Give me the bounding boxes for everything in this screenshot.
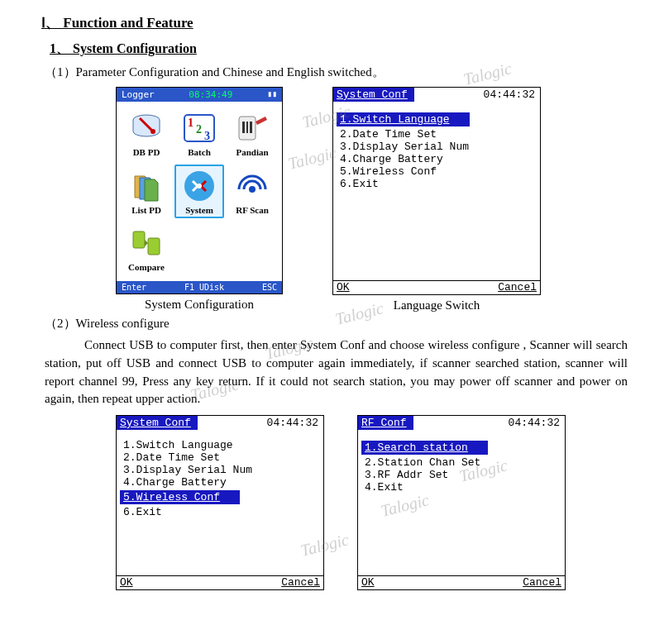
app-compare[interactable]: Compare bbox=[122, 222, 171, 276]
menu-footer: OK Cancel bbox=[117, 575, 323, 589]
svg-text:2: 2 bbox=[196, 123, 202, 136]
app-system[interactable]: System bbox=[174, 165, 224, 219]
rf-scan-icon bbox=[234, 168, 270, 204]
app-label: Compare bbox=[128, 263, 165, 273]
heading-function-feature: Ⅰ、 Function and Feature bbox=[41, 13, 631, 32]
device-home-screen: Logger 08:34:49 ▮▮ DB PD123BatchPandianL… bbox=[116, 87, 283, 294]
caption-language-switch: Language Switch bbox=[332, 298, 541, 312]
app-label: RF Scan bbox=[236, 206, 269, 216]
softkey-cancel[interactable]: Cancel bbox=[498, 281, 537, 293]
menu-header: RF Conf 04:44:32 bbox=[358, 416, 565, 431]
svg-rect-14 bbox=[148, 238, 160, 255]
menu-header: System Conf 04:44:32 bbox=[333, 88, 540, 103]
icon-grid: DB PD123BatchPandianList PDSystemRF Scan… bbox=[117, 102, 282, 281]
app-label: System bbox=[185, 206, 213, 216]
menu-item[interactable]: 6.Exit bbox=[120, 505, 165, 519]
menu-item[interactable]: 6.Exit bbox=[337, 177, 382, 191]
softkey-esc[interactable]: ESC bbox=[262, 283, 277, 292]
menu-clock: 04:44:32 bbox=[414, 88, 540, 102]
device-footer: Enter F1 UDisk ESC bbox=[117, 281, 282, 293]
app-label: Batch bbox=[188, 148, 211, 158]
device-header: Logger 08:34:49 ▮▮ bbox=[117, 88, 282, 102]
para-wireless-configure: （2）Wireless configure bbox=[45, 316, 631, 332]
menu-title: RF Conf bbox=[358, 416, 413, 430]
svg-rect-7 bbox=[242, 122, 245, 133]
text: （1）Parameter Configuration and Chinese a… bbox=[45, 65, 385, 79]
app-pandian[interactable]: Pandian bbox=[227, 107, 277, 161]
softkey-ok[interactable]: OK bbox=[361, 576, 375, 589]
menu-body: 1.Switch Language2.Date Time Set3.Displa… bbox=[117, 431, 323, 575]
svg-rect-8 bbox=[246, 122, 248, 133]
heading-system-configuration: 1、 System Configuration bbox=[50, 41, 631, 58]
device-clock: 08:34:49 bbox=[189, 89, 232, 100]
signal-icon: ▮▮ bbox=[267, 89, 277, 100]
menu-item[interactable]: 4.Charge Battery bbox=[120, 475, 230, 489]
batch-icon: 123 bbox=[181, 110, 217, 146]
para-parameter-config: （1）Parameter Configuration and Chinese a… bbox=[45, 64, 631, 80]
caption-system-configuration: System Configuration bbox=[116, 298, 283, 312]
menu-item[interactable]: 5.Wireless Conf bbox=[120, 490, 240, 504]
softkey-ok[interactable]: OK bbox=[120, 576, 133, 589]
softkey-cancel[interactable]: Cancel bbox=[281, 576, 320, 589]
db-pd-icon bbox=[128, 110, 165, 146]
system-icon bbox=[181, 168, 217, 204]
pandian-icon bbox=[234, 110, 270, 146]
menu-rf-conf: RF Conf 04:44:32 1.Search station2.Stati… bbox=[357, 415, 566, 590]
softkey-cancel[interactable]: Cancel bbox=[523, 576, 561, 589]
text: Connect USB to computer first, then ente… bbox=[45, 338, 628, 405]
app-db-pd[interactable]: DB PD bbox=[122, 107, 171, 161]
menu-item[interactable]: 1.Search station bbox=[361, 441, 488, 455]
menu-footer: OK Cancel bbox=[358, 575, 565, 589]
device-header-left: Logger bbox=[122, 89, 155, 100]
svg-point-1 bbox=[150, 129, 155, 134]
menu-header: System Conf 04:44:32 bbox=[117, 416, 323, 431]
app-label: Pandian bbox=[236, 148, 268, 158]
app-batch[interactable]: 123Batch bbox=[174, 107, 224, 161]
menu-title: System Conf bbox=[333, 88, 414, 102]
app-rf-scan[interactable]: RF Scan bbox=[227, 165, 277, 219]
menu-system-conf-wireless: System Conf 04:44:32 1.Switch Language2.… bbox=[116, 415, 324, 590]
svg-point-11 bbox=[197, 184, 202, 188]
svg-rect-9 bbox=[250, 122, 252, 133]
app-label: List PD bbox=[131, 206, 161, 216]
menu-item[interactable]: 4.Exit bbox=[361, 480, 407, 494]
menu-title: System Conf bbox=[117, 416, 198, 430]
softkey-enter[interactable]: Enter bbox=[122, 283, 146, 292]
app-label: DB PD bbox=[133, 148, 160, 158]
compare-icon bbox=[128, 225, 165, 261]
menu-body: 1.Search station2.Station Chan Set3.RF A… bbox=[358, 431, 565, 575]
svg-text:3: 3 bbox=[204, 130, 210, 142]
menu-footer: OK Cancel bbox=[333, 280, 540, 294]
list-pd-icon bbox=[128, 168, 165, 204]
svg-point-12 bbox=[249, 186, 256, 193]
softkey-f1[interactable]: F1 UDisk bbox=[184, 283, 224, 292]
svg-text:1: 1 bbox=[188, 117, 193, 129]
menu-clock: 04:44:32 bbox=[198, 416, 323, 430]
menu-system-conf-lang: System Conf 04:44:32 1.Switch Language2.… bbox=[332, 87, 541, 295]
softkey-ok[interactable]: OK bbox=[337, 281, 350, 293]
svg-rect-13 bbox=[133, 231, 145, 248]
body-wireless-instructions: Connect USB to computer first, then ente… bbox=[45, 336, 628, 408]
menu-body: 1.Switch Language2.Date Time Set3.Displa… bbox=[333, 103, 540, 280]
menu-item[interactable]: 1.Switch Language bbox=[337, 112, 470, 126]
menu-clock: 04:44:32 bbox=[413, 416, 565, 430]
app-list-pd[interactable]: List PD bbox=[122, 165, 171, 219]
